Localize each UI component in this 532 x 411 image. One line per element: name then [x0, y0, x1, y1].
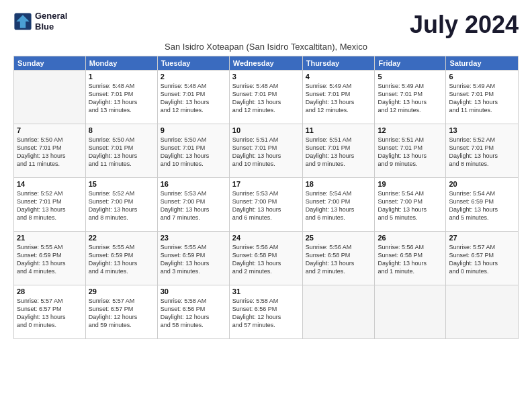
calendar-cell: 1Sunrise: 5:48 AM Sunset: 7:01 PM Daylig…	[85, 71, 157, 124]
day-number: 16	[161, 180, 226, 188]
logo-text: General Blue	[35, 11, 67, 32]
day-number: 10	[232, 126, 300, 134]
day-info: Sunrise: 5:53 AM Sunset: 7:00 PM Dayligh…	[161, 189, 226, 222]
day-number: 25	[306, 234, 372, 242]
logo-icon	[13, 12, 32, 31]
day-number: 18	[306, 180, 372, 188]
weekday-header-thursday: Thursday	[302, 56, 375, 71]
week-row-4: 21Sunrise: 5:55 AM Sunset: 6:59 PM Dayli…	[14, 232, 519, 285]
day-number: 17	[232, 180, 300, 188]
day-number: 24	[232, 234, 300, 242]
calendar-cell: 26Sunrise: 5:56 AM Sunset: 6:58 PM Dayli…	[375, 232, 446, 285]
calendar-cell: 30Sunrise: 5:58 AM Sunset: 6:56 PM Dayli…	[157, 285, 229, 339]
week-row-2: 7Sunrise: 5:50 AM Sunset: 7:01 PM Daylig…	[14, 124, 519, 178]
calendar-cell: 12Sunrise: 5:51 AM Sunset: 7:01 PM Dayli…	[375, 124, 446, 178]
calendar-cell: 2Sunrise: 5:48 AM Sunset: 7:01 PM Daylig…	[157, 71, 229, 124]
day-info: Sunrise: 5:54 AM Sunset: 7:00 PM Dayligh…	[306, 189, 372, 222]
day-info: Sunrise: 5:57 AM Sunset: 6:57 PM Dayligh…	[17, 297, 83, 330]
calendar-cell: 7Sunrise: 5:50 AM Sunset: 7:01 PM Daylig…	[14, 124, 86, 178]
day-number: 5	[378, 73, 443, 81]
calendar-cell	[14, 71, 86, 124]
calendar-cell: 24Sunrise: 5:56 AM Sunset: 6:58 PM Dayli…	[229, 232, 302, 285]
day-number: 9	[161, 126, 226, 134]
calendar-cell: 19Sunrise: 5:54 AM Sunset: 7:00 PM Dayli…	[375, 178, 446, 232]
calendar-cell: 18Sunrise: 5:54 AM Sunset: 7:00 PM Dayli…	[302, 178, 375, 232]
day-number: 27	[449, 234, 515, 242]
calendar-cell: 10Sunrise: 5:51 AM Sunset: 7:01 PM Dayli…	[229, 124, 302, 178]
day-info: Sunrise: 5:51 AM Sunset: 7:01 PM Dayligh…	[232, 136, 300, 169]
calendar-cell: 28Sunrise: 5:57 AM Sunset: 6:57 PM Dayli…	[14, 285, 86, 339]
calendar-cell: 15Sunrise: 5:52 AM Sunset: 7:00 PM Dayli…	[85, 178, 157, 232]
calendar-cell	[302, 285, 375, 339]
day-number: 31	[232, 287, 300, 295]
day-number: 2	[161, 73, 226, 81]
day-info: Sunrise: 5:51 AM Sunset: 7:01 PM Dayligh…	[306, 136, 372, 169]
day-info: Sunrise: 5:57 AM Sunset: 6:57 PM Dayligh…	[89, 297, 154, 330]
calendar-cell: 16Sunrise: 5:53 AM Sunset: 7:00 PM Dayli…	[157, 178, 229, 232]
logo: General Blue	[13, 11, 67, 32]
day-info: Sunrise: 5:51 AM Sunset: 7:01 PM Dayligh…	[378, 136, 443, 169]
day-info: Sunrise: 5:50 AM Sunset: 7:01 PM Dayligh…	[17, 136, 83, 169]
day-info: Sunrise: 5:53 AM Sunset: 7:00 PM Dayligh…	[232, 189, 300, 222]
calendar-cell: 8Sunrise: 5:50 AM Sunset: 7:01 PM Daylig…	[85, 124, 157, 178]
day-info: Sunrise: 5:56 AM Sunset: 6:58 PM Dayligh…	[232, 243, 300, 276]
calendar-cell: 29Sunrise: 5:57 AM Sunset: 6:57 PM Dayli…	[85, 285, 157, 339]
day-info: Sunrise: 5:49 AM Sunset: 7:01 PM Dayligh…	[306, 82, 372, 115]
day-info: Sunrise: 5:50 AM Sunset: 7:01 PM Dayligh…	[161, 136, 226, 169]
week-row-3: 14Sunrise: 5:52 AM Sunset: 7:01 PM Dayli…	[14, 178, 519, 232]
calendar-cell: 20Sunrise: 5:54 AM Sunset: 6:59 PM Dayli…	[446, 178, 519, 232]
calendar-cell	[375, 285, 446, 339]
day-number: 23	[161, 234, 226, 242]
week-row-5: 28Sunrise: 5:57 AM Sunset: 6:57 PM Dayli…	[14, 285, 519, 339]
page: General Blue July 2024 San Isidro Xoteap…	[0, 0, 532, 346]
day-number: 12	[378, 126, 443, 134]
day-number: 14	[17, 180, 83, 188]
day-info: Sunrise: 5:54 AM Sunset: 7:00 PM Dayligh…	[378, 189, 443, 222]
day-number: 11	[306, 126, 372, 134]
calendar-cell: 11Sunrise: 5:51 AM Sunset: 7:01 PM Dayli…	[302, 124, 375, 178]
calendar-cell: 3Sunrise: 5:48 AM Sunset: 7:01 PM Daylig…	[229, 71, 302, 124]
calendar-cell: 6Sunrise: 5:49 AM Sunset: 7:01 PM Daylig…	[446, 71, 519, 124]
week-row-1: 1Sunrise: 5:48 AM Sunset: 7:01 PM Daylig…	[14, 71, 519, 124]
day-number: 30	[161, 287, 226, 295]
day-info: Sunrise: 5:48 AM Sunset: 7:01 PM Dayligh…	[89, 82, 154, 115]
weekday-header-saturday: Saturday	[446, 56, 519, 71]
weekday-header-friday: Friday	[375, 56, 446, 71]
calendar-table: SundayMondayTuesdayWednesdayThursdayFrid…	[13, 56, 519, 339]
header: General Blue July 2024	[13, 11, 519, 39]
calendar-cell: 5Sunrise: 5:49 AM Sunset: 7:01 PM Daylig…	[375, 71, 446, 124]
month-title: July 2024	[410, 11, 519, 39]
calendar-cell: 31Sunrise: 5:58 AM Sunset: 6:56 PM Dayli…	[229, 285, 302, 339]
day-info: Sunrise: 5:55 AM Sunset: 6:59 PM Dayligh…	[17, 243, 83, 276]
calendar-cell: 27Sunrise: 5:57 AM Sunset: 6:57 PM Dayli…	[446, 232, 519, 285]
day-number: 3	[232, 73, 300, 81]
calendar-cell: 14Sunrise: 5:52 AM Sunset: 7:01 PM Dayli…	[14, 178, 86, 232]
weekday-header-sunday: Sunday	[14, 56, 86, 71]
day-number: 15	[89, 180, 154, 188]
day-number: 26	[378, 234, 443, 242]
day-info: Sunrise: 5:52 AM Sunset: 7:01 PM Dayligh…	[449, 136, 515, 169]
weekday-header-monday: Monday	[85, 56, 157, 71]
day-info: Sunrise: 5:56 AM Sunset: 6:58 PM Dayligh…	[306, 243, 372, 276]
weekday-header-row: SundayMondayTuesdayWednesdayThursdayFrid…	[14, 56, 519, 71]
day-number: 22	[89, 234, 154, 242]
day-info: Sunrise: 5:56 AM Sunset: 6:58 PM Dayligh…	[378, 243, 443, 276]
weekday-header-wednesday: Wednesday	[229, 56, 302, 71]
day-number: 29	[89, 287, 154, 295]
day-number: 4	[306, 73, 372, 81]
day-number: 13	[449, 126, 515, 134]
day-number: 7	[17, 126, 83, 134]
day-info: Sunrise: 5:49 AM Sunset: 7:01 PM Dayligh…	[449, 82, 515, 115]
day-number: 20	[449, 180, 515, 188]
calendar-cell: 21Sunrise: 5:55 AM Sunset: 6:59 PM Dayli…	[14, 232, 86, 285]
day-info: Sunrise: 5:48 AM Sunset: 7:01 PM Dayligh…	[232, 82, 300, 115]
day-number: 19	[378, 180, 443, 188]
day-info: Sunrise: 5:58 AM Sunset: 6:56 PM Dayligh…	[161, 297, 226, 330]
calendar-cell: 22Sunrise: 5:55 AM Sunset: 6:59 PM Dayli…	[85, 232, 157, 285]
day-info: Sunrise: 5:49 AM Sunset: 7:01 PM Dayligh…	[378, 82, 443, 115]
day-number: 6	[449, 73, 515, 81]
day-info: Sunrise: 5:52 AM Sunset: 7:01 PM Dayligh…	[17, 189, 83, 222]
calendar-cell: 4Sunrise: 5:49 AM Sunset: 7:01 PM Daylig…	[302, 71, 375, 124]
calendar-cell	[446, 285, 519, 339]
calendar-cell: 13Sunrise: 5:52 AM Sunset: 7:01 PM Dayli…	[446, 124, 519, 178]
